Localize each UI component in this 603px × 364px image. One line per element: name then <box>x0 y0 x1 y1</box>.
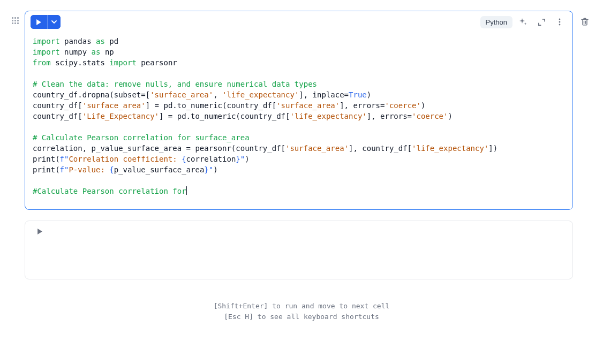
code-token: , <box>213 90 222 99</box>
code-token: P-value: <box>69 165 109 174</box>
code-token: print( <box>33 165 60 174</box>
code-token: pearsonr <box>137 58 177 67</box>
code-token: ) <box>421 101 425 110</box>
inactive-cell-row <box>11 221 592 279</box>
code-token: ], errors= <box>367 112 412 120</box>
language-selector[interactable]: Python <box>480 16 512 28</box>
code-token: " <box>209 165 213 174</box>
code-token: 'surface_area' <box>82 101 146 110</box>
cell-toolbar: Python <box>25 11 572 31</box>
code-token: 'surface_area' <box>150 90 213 99</box>
svg-point-2 <box>559 24 561 26</box>
code-token: scipy.stats <box>51 58 110 67</box>
code-token: 'coerce' <box>412 112 448 120</box>
code-token: as <box>92 48 101 56</box>
code-token: 'surface_area' <box>285 144 349 153</box>
cell-menu-button[interactable] <box>552 14 567 29</box>
code-token: 'life_expectancy' <box>222 90 299 99</box>
code-token: correlation <box>186 155 236 163</box>
code-token: 'coerce' <box>385 101 420 110</box>
code-token: import <box>33 37 60 46</box>
text-cursor <box>186 186 187 195</box>
code-token: pd <box>105 37 118 46</box>
code-token: " <box>240 155 245 163</box>
code-token: } <box>204 165 208 174</box>
code-token: # Clean the data: remove nulls, and ensu… <box>33 80 317 88</box>
code-token: { <box>182 155 186 163</box>
run-button[interactable] <box>31 15 47 29</box>
code-token: ], country_df[ <box>349 144 412 153</box>
code-token: Correlation coefficient: <box>69 155 182 163</box>
empty-cell[interactable] <box>25 221 573 279</box>
run-placeholder[interactable] <box>31 228 52 257</box>
expand-button[interactable] <box>534 14 549 29</box>
code-token: ] = pd.to_numeric(country_df[ <box>146 101 276 110</box>
kebab-icon <box>555 18 564 26</box>
code-token: f" <box>60 165 69 174</box>
code-token: True <box>349 90 367 99</box>
code-token: f" <box>60 155 69 163</box>
delete-cell-button[interactable] <box>577 14 592 29</box>
code-token: country_df.dropna(subset=[ <box>33 90 150 99</box>
code-token: 'Life_Expectancy' <box>82 112 159 120</box>
inactive-cell-wrapper <box>25 221 573 279</box>
code-token: print( <box>33 155 60 163</box>
trash-icon <box>581 17 589 26</box>
code-token: #Calculate Pearson correlation for <box>33 187 186 195</box>
code-editor[interactable]: import pandas as pd import numpy as np f… <box>25 31 572 209</box>
active-cell-wrapper: Python import pandas as pd import numpy … <box>25 11 573 210</box>
code-token: ) <box>245 155 249 163</box>
active-cell-row: Python import pandas as pd import numpy … <box>11 11 592 210</box>
play-icon <box>36 19 42 25</box>
svg-point-1 <box>559 21 561 23</box>
code-token: ) <box>448 112 452 120</box>
code-token: 'life_expectancy' <box>412 144 488 153</box>
expand-icon <box>538 18 546 26</box>
code-token: 'surface_area' <box>276 101 340 110</box>
svg-point-0 <box>559 19 561 20</box>
code-token: correlation, p_value_surface_area = pear… <box>33 144 285 153</box>
run-menu-button[interactable] <box>47 15 61 29</box>
code-cell[interactable]: Python import pandas as pd import numpy … <box>25 11 573 210</box>
code-token: ], inplace= <box>299 90 349 99</box>
code-token: country_df[ <box>33 112 82 120</box>
code-token: numpy <box>60 48 92 56</box>
code-token: ], errors= <box>340 101 385 110</box>
code-token: } <box>236 155 240 163</box>
ai-assist-button[interactable] <box>516 14 531 29</box>
code-token: { <box>109 165 114 174</box>
code-token: np <box>100 48 114 56</box>
code-token: pandas <box>60 37 96 46</box>
play-icon <box>37 229 43 234</box>
code-token: ]) <box>488 144 498 153</box>
code-token: country_df[ <box>33 101 82 110</box>
drag-handle-icon[interactable] <box>11 16 20 26</box>
code-token: ) <box>367 90 371 99</box>
code-token: 'life_expectancy' <box>290 112 366 120</box>
code-token: ] = pd.to_numeric(country_df[ <box>159 112 290 120</box>
code-token: import <box>109 58 137 67</box>
hint-line: [Esc H] to see all keyboard shortcuts <box>11 312 592 322</box>
code-token: # Calculate Pearson correlation for surf… <box>33 133 250 142</box>
code-token: as <box>96 37 105 46</box>
code-token: p_value_surface_area <box>114 165 205 174</box>
sparkle-icon <box>519 18 527 26</box>
hint-line: [Shift+Enter] to run and move to next ce… <box>11 301 592 312</box>
chevron-down-icon <box>51 19 57 25</box>
code-token: from <box>33 58 51 67</box>
code-token: import <box>33 48 60 56</box>
code-token: ) <box>213 165 217 174</box>
keyboard-hints: [Shift+Enter] to run and move to next ce… <box>11 301 592 322</box>
run-button-group <box>31 15 61 29</box>
